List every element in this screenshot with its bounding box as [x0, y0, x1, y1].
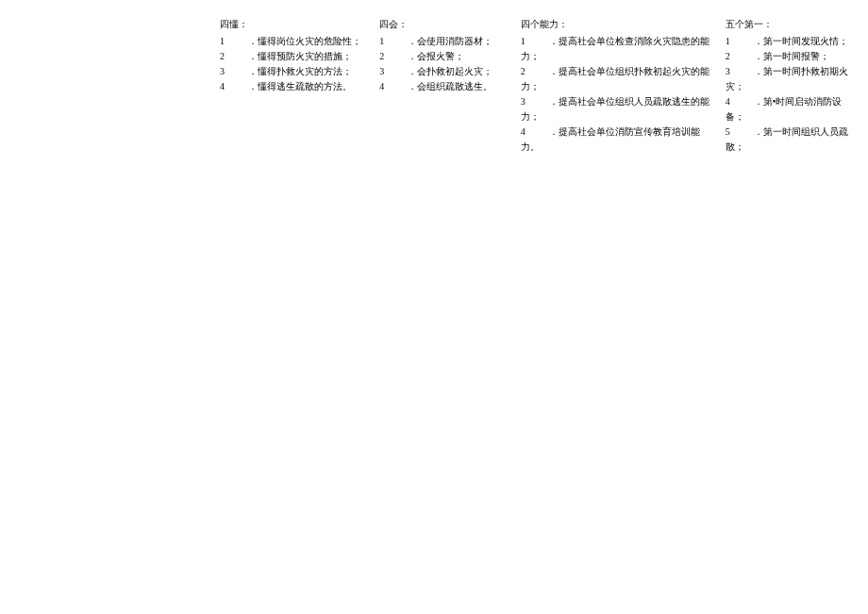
item-number: 2 [521, 64, 549, 79]
list-item: 1．会使用消防器材； [379, 34, 505, 49]
list-item: 3．会扑救初起火灾； [379, 64, 505, 79]
item-number: 1 [521, 34, 549, 49]
col3-title: 四个能力： [521, 17, 710, 32]
list-item: 1．第一时间发现火情； [726, 34, 860, 49]
col2-title: 四会： [379, 17, 505, 32]
item-text: ．第一时间报警； [754, 51, 829, 61]
item-number: 4 [726, 94, 754, 109]
item-number: 2 [726, 49, 754, 64]
item-number: 2 [220, 49, 248, 64]
list-item: 2．懂得预防火灾的措施； [220, 49, 364, 64]
item-number: 3 [220, 64, 248, 79]
item-text: ．懂得逃生疏散的方法。 [248, 81, 352, 91]
item-number: 3 [379, 64, 408, 79]
item-text: ．懂得预防火灾的措施； [248, 51, 352, 61]
item-text: ．会报火警； [408, 51, 464, 61]
list-item: 1．提高社会单位检查消除火灾隐患的能力； [521, 34, 710, 64]
item-number: 3 [726, 64, 754, 79]
list-item: 4．第•时间启动消防设备； [726, 94, 860, 124]
item-number: 4 [220, 79, 248, 94]
list-item: 4．懂得逃生疏散的方法。 [220, 79, 364, 94]
column-sihui: 四会： 1．会使用消防器材； 2．会报火警； 3．会扑救初起火灾； 4．会组织疏… [372, 17, 512, 94]
list-item: 1．懂得岗位火灾的危险性； [220, 34, 364, 49]
list-item: 2．会报火警； [379, 49, 505, 64]
list-item: 4．提高社会单位消防宣传教育培训能力。 [521, 124, 710, 155]
col4-title: 五个第一： [726, 17, 860, 32]
item-number: 4 [379, 79, 408, 94]
item-number: 2 [379, 49, 408, 64]
list-item: 4．会组织疏散逃生。 [379, 79, 505, 94]
item-number: 3 [521, 94, 549, 109]
item-text: ．提高社会单位检查消除火灾隐患的能力； [521, 36, 709, 61]
column-sidong: 四懂： 1．懂得岗位火灾的危险性； 2．懂得预防火灾的措施； 3．懂得扑救火灾的… [212, 17, 372, 94]
item-text: ．第一时间发现火情； [754, 36, 848, 46]
item-text: ．会扑救初起火灾； [408, 66, 492, 76]
list-item: 2．第一时间报警； [726, 49, 860, 64]
item-text: ．会使用消防器材； [408, 36, 492, 46]
list-item: 5．第一时间组织人员疏散； [726, 124, 860, 155]
col1-title: 四懂： [220, 17, 364, 32]
list-item: 3．提高社会单位组织人员疏散逃生的能力； [521, 94, 710, 124]
item-number: 1 [726, 34, 754, 49]
item-text: ．会组织疏散逃生。 [408, 81, 492, 91]
column-wugediyi: 五个第一： 1．第一时间发现火情； 2．第一时间报警； 3．第一时间扑救初期火灾… [718, 17, 868, 155]
item-text: ．懂得扑救火灾的方法； [248, 66, 352, 76]
column-sigenengli: 四个能力： 1．提高社会单位检查消除火灾隐患的能力； 2．提高社会单位组织扑救初… [513, 17, 718, 155]
list-item: 3．第一时间扑救初期火灾； [726, 64, 860, 94]
item-number: 1 [379, 34, 408, 49]
item-text: ．提高社会单位组织扑救初起火灾的能力； [521, 66, 709, 91]
list-item: 3．懂得扑救火灾的方法； [220, 64, 364, 79]
document-page: 四懂： 1．懂得岗位火灾的危险性； 2．懂得预防火灾的措施； 3．懂得扑救火灾的… [0, 17, 868, 155]
list-item: 2．提高社会单位组织扑救初起火灾的能力； [521, 64, 710, 94]
item-number: 5 [726, 124, 754, 140]
item-number: 4 [521, 124, 549, 140]
item-text: ．提高社会单位组织人员疏散逃生的能力； [521, 96, 709, 122]
item-text: ．懂得岗位火灾的危险性； [248, 36, 361, 46]
item-number: 1 [220, 34, 248, 49]
